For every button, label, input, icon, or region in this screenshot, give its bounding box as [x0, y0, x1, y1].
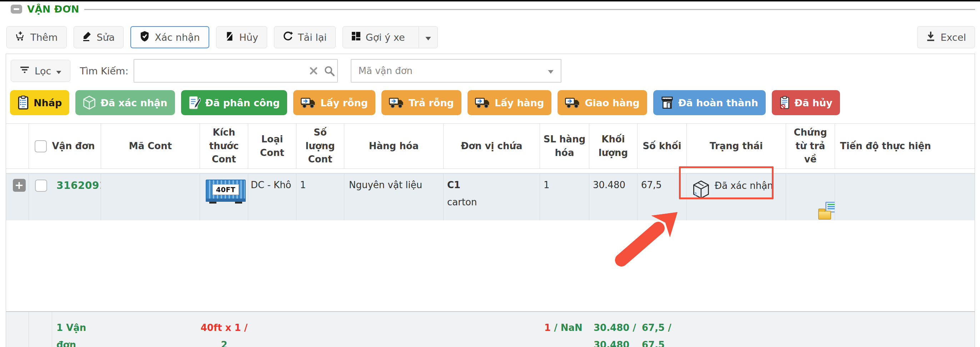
excel-button-label: Excel [940, 32, 966, 43]
container-40ft-icon: 40FT [206, 179, 246, 200]
cancel-button[interactable]: Hủy [216, 26, 267, 48]
footer-khoi-luong-total: 30.480 / 30.480 [589, 312, 638, 347]
select-all-checkbox[interactable] [35, 140, 47, 152]
status-filter-bar: Nháp Đã xác nhận Đã phân công Lấy rỗng T… [10, 90, 840, 115]
search-input[interactable] [134, 61, 306, 81]
container-unit-code: C1 [447, 179, 539, 190]
table-row[interactable]: + 316209116 40FT DC - Khô 1 Nguyên vật l… [6, 173, 975, 221]
edit-button[interactable]: Sửa [73, 26, 124, 48]
footer-empty-2 [296, 312, 344, 347]
edit-button-label: Sửa [97, 32, 115, 43]
store-icon [661, 96, 674, 109]
column-header-kich-thuoc-cont: Kích thước Cont [200, 124, 248, 168]
waybill-number-link[interactable]: 316209116 [56, 179, 101, 221]
cell-so-luong-cont: 1 [296, 174, 344, 221]
suggest-vehicle-button[interactable]: Gợi ý xe [342, 26, 438, 48]
footer-sl-used: 1 [544, 322, 551, 333]
status-filter-cancelled[interactable]: Đã hủy [772, 90, 840, 115]
status-filter-completed[interactable]: Đã hoàn thành [653, 90, 766, 115]
refresh-icon [283, 31, 293, 43]
cart-plus-icon [15, 31, 25, 43]
status-filter-draft[interactable]: Nháp [10, 90, 69, 115]
column-header-trang-thai: Trạng thái [687, 124, 786, 168]
row-checkbox[interactable] [35, 179, 47, 192]
section-header: VẬN ĐƠN [11, 3, 975, 15]
column-header-loai-cont: Loại Cont [248, 124, 296, 168]
status-filter-return-empty[interactable]: Trả rỗng [382, 90, 461, 115]
footer-sl-total: 1 / NaN [540, 312, 589, 347]
clear-search-icon[interactable] [306, 60, 321, 82]
waybill-code-dropdown[interactable]: Mã vận đơn [351, 59, 562, 83]
pencil-icon [83, 31, 92, 43]
cell-don-vi-chua: C1 carton [444, 174, 540, 221]
add-button-label: Thêm [30, 32, 58, 43]
reload-button[interactable]: Tải lại [274, 26, 336, 48]
divider [84, 9, 975, 10]
footer-ma-cont-cell [101, 312, 200, 347]
window-top-edge [0, 0, 980, 2]
cell-chung-tu [786, 174, 835, 221]
column-header-don-vi-chua: Đơn vị chứa [444, 124, 540, 168]
expand-row-icon[interactable]: + [13, 179, 26, 192]
status-filter-deliver-goods[interactable]: Giao hàng [557, 90, 647, 115]
slash-flag-icon [225, 31, 234, 44]
column-header-van-don: Vận đơn [29, 124, 101, 168]
clipboard-icon [18, 96, 29, 110]
filter-button[interactable]: Lọc [11, 60, 70, 82]
footer-cont-total-max: 2 [221, 339, 227, 347]
status-filter-confirmed[interactable]: Đã xác nhận [75, 90, 175, 115]
footer-cont-total-used: 40ft x 1 / [201, 322, 248, 333]
cell-sl-hang-hoa: 1 [540, 174, 589, 221]
filter-icon [20, 66, 30, 77]
truck-icon [389, 97, 404, 109]
column-header-so-luong-cont: Số lượng Cont [296, 124, 344, 168]
cell-hang-hoa: Nguyên vật liệu [344, 174, 444, 221]
reload-button-label: Tải lại [298, 32, 327, 43]
returned-documents-icon[interactable] [818, 202, 835, 220]
highlight-box [679, 166, 773, 199]
status-filter-pickup-goods[interactable]: Lấy hàng [468, 90, 551, 115]
status-filter-label: Đã hủy [795, 97, 832, 109]
cell-tien-do [835, 174, 975, 221]
status-filter-label: Đã phân công [205, 97, 280, 109]
row-expander-cell: + [6, 174, 29, 221]
truck-icon [301, 97, 316, 109]
column-header-so-khoi: Số khối [638, 124, 687, 168]
filter-row: Lọc Tìm Kiếm: Mã vận đơn [11, 59, 562, 83]
footer-empty-5 [687, 312, 786, 347]
column-header-tien-do: Tiến độ thực hiện [835, 124, 975, 168]
container-unit-type: carton [447, 197, 539, 208]
cell-van-don: 316209116 [29, 174, 101, 221]
add-button[interactable]: Thêm [6, 26, 67, 48]
dropdown-value: Mã vận đơn [359, 66, 413, 76]
footer-empty-4 [444, 312, 540, 347]
status-filter-assigned[interactable]: Đã phân công [181, 90, 288, 115]
column-header-expander [6, 124, 29, 168]
shield-check-icon [140, 31, 150, 44]
filter-button-label: Lọc [35, 66, 51, 77]
footer-empty-3 [344, 312, 444, 347]
status-filter-pickup-empty[interactable]: Lấy rỗng [293, 90, 375, 115]
suggest-vehicle-caret[interactable] [418, 26, 438, 48]
clipboard-cancel-icon [779, 96, 790, 110]
confirm-button-label: Xác nhận [154, 32, 200, 43]
footer-waybill-total: 1 Vận đơn [52, 312, 101, 347]
column-label: Vận đơn [52, 139, 95, 153]
confirm-button[interactable]: Xác nhận [130, 26, 209, 48]
column-header-ma-cont: Mã Cont [101, 124, 200, 168]
table-footer: 1 Vận đơn 40ft x 1 / 2 1 / NaN 30.480 / … [6, 311, 975, 347]
search-label: Tìm Kiếm: [80, 66, 128, 77]
cell-kich-thuoc-cont: 40FT [200, 174, 248, 221]
excel-export-button[interactable]: Excel [917, 26, 975, 48]
collapse-icon[interactable] [11, 5, 22, 14]
column-header-khoi-luong: Khối lượng [589, 124, 638, 168]
toolbar: Thêm Sửa Xác nhận Hủy Tải lại Gợi ý xe [6, 26, 438, 48]
document-pen-icon [189, 96, 201, 110]
footer-cont-total: 40ft x 1 / 2 [200, 312, 248, 347]
cell-ma-cont [101, 174, 200, 221]
search-icon[interactable] [321, 60, 337, 82]
truck-icon [565, 97, 580, 109]
footer-empty-6 [786, 312, 835, 347]
cell-loai-cont: DC - Khô [248, 174, 296, 221]
status-filter-label: Lấy hàng [495, 97, 544, 109]
